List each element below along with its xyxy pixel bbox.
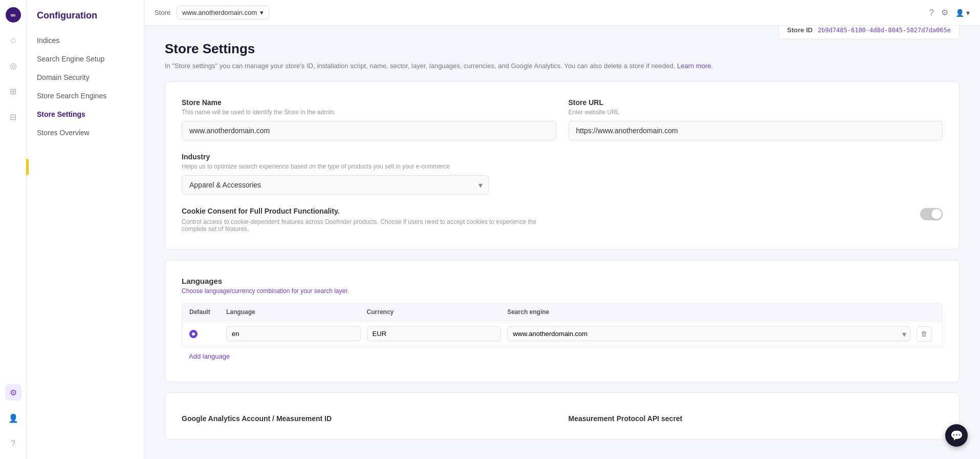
industry-select[interactable]: Apparel & Accessories Electronics Home &… [182, 175, 489, 195]
store-name-group: Store Name This name will be used to ide… [182, 98, 556, 140]
chevron-down-icon: ▾ [966, 9, 970, 17]
chevron-down-icon: ▾ [260, 9, 264, 16]
page-title: Store Settings [165, 41, 960, 57]
store-url-input[interactable] [569, 121, 943, 140]
page-description: In "Store settings" you can manage your … [165, 61, 960, 71]
industry-group: Industry Helps us to optimize search exp… [182, 153, 489, 195]
sidebar-item-stores-overview[interactable]: Stores Overview [27, 123, 144, 142]
language-cell [226, 326, 361, 341]
ga-label: Google Analytics Account / Measurement I… [182, 414, 556, 423]
sidebar-item-domain-security[interactable]: Domain Security [27, 68, 144, 87]
sidebar: Configuration Indices Search Engine Setu… [27, 0, 144, 459]
default-radio[interactable] [189, 330, 220, 338]
icon-bar: ∞ ⌂ ◎ ⊞ ⊟ ⚙ 👤 ? [0, 0, 27, 459]
store-id-badge: Store ID 2b9d7485-6100-4d8d-8045-5027d7d… [778, 26, 960, 39]
store-url-group: Store URL Enter website URL [569, 98, 943, 140]
analytics-card: Google Analytics Account / Measurement I… [165, 392, 960, 440]
radio-selected[interactable] [189, 330, 198, 338]
analytics-icon[interactable]: ⊞ [5, 83, 21, 99]
languages-card: Languages Choose language/currency combi… [165, 260, 960, 382]
cookie-section: Cookie Consent for Full Product Function… [182, 207, 943, 233]
store-value: www.anotherdomain.com [182, 9, 257, 16]
action-cell: 🗑 [917, 326, 935, 342]
engine-select-wrap: www.anotherdomain.com ▾ [507, 326, 910, 341]
col-default-label: Default [189, 308, 220, 316]
store-url-hint: Enter website URL [569, 109, 943, 116]
user-avatar-icon: 👤 [955, 9, 964, 17]
chat-bubble-button[interactable]: 💬 [945, 424, 968, 447]
help-icon[interactable]: ? [929, 8, 934, 17]
search-circle-icon[interactable]: ◎ [5, 57, 21, 74]
store-url-label: Store URL [569, 98, 943, 107]
sidebar-nav: Indices Search Engine Setup Domain Secur… [27, 31, 144, 142]
store-info-card: Store Name This name will be used to ide… [165, 81, 960, 249]
industry-label: Industry [182, 153, 489, 161]
languages-title: Languages [182, 277, 943, 285]
user-menu[interactable]: 👤 ▾ [955, 9, 970, 17]
language-input[interactable] [226, 326, 361, 341]
currency-input[interactable] [367, 326, 502, 341]
cookie-toggle[interactable] [920, 208, 943, 220]
col-language-label: Language [226, 308, 361, 316]
industry-hint: Helps us to optimize search experience b… [182, 163, 489, 170]
cookie-text: Cookie Consent for Full Product Function… [182, 207, 540, 233]
languages-hint: Choose language/currency combination for… [182, 287, 943, 295]
store-name-hint: This name will be used to identify the S… [182, 109, 556, 116]
main-area: Store www.anotherdomain.com ▾ ? ⚙ 👤 ▾ St… [144, 0, 980, 459]
languages-table-header: Default Language Currency Search engine [182, 303, 943, 321]
store-name-label: Store Name [182, 98, 556, 107]
cookie-header: Cookie Consent for Full Product Function… [182, 207, 943, 233]
engine-select[interactable]: www.anotherdomain.com [507, 326, 910, 341]
users-icon[interactable]: 👤 [5, 410, 21, 426]
delete-language-button[interactable]: 🗑 [917, 326, 932, 342]
analytics-row: Google Analytics Account / Measurement I… [182, 414, 943, 423]
help-circle-icon[interactable]: ? [5, 435, 21, 452]
sidebar-item-store-search-engines[interactable]: Store Search Engines [27, 87, 144, 105]
col-engine-label: Search engine [507, 308, 910, 316]
topbar: Store www.anotherdomain.com ▾ ? ⚙ 👤 ▾ [144, 0, 980, 26]
app-logo[interactable]: ∞ [6, 7, 21, 23]
radio-inner [192, 332, 195, 336]
col-currency-label: Currency [367, 308, 502, 316]
sidebar-item-store-settings[interactable]: Store Settings [27, 105, 144, 123]
store-id-value: 2b9d7485-6100-4d8d-8045-5027d7da065e [818, 27, 951, 34]
sidebar-item-search-engine-setup[interactable]: Search Engine Setup [27, 50, 144, 68]
ga-group: Google Analytics Account / Measurement I… [182, 414, 556, 423]
layers-icon[interactable]: ⊟ [5, 109, 21, 125]
toggle-thumb [931, 209, 942, 219]
store-selector[interactable]: www.anotherdomain.com ▾ [177, 6, 269, 19]
page-content: Store ID 2b9d7485-6100-4d8d-8045-5027d7d… [144, 26, 980, 459]
table-row: www.anotherdomain.com ▾ 🗑 [182, 321, 943, 347]
engine-cell: www.anotherdomain.com ▾ [507, 326, 910, 341]
currency-cell [367, 326, 502, 341]
add-language-button[interactable]: Add language [182, 347, 237, 365]
cookie-title: Cookie Consent for Full Product Function… [182, 207, 540, 215]
settings-icon[interactable]: ⚙ [5, 384, 21, 401]
page-header: Store ID 2b9d7485-6100-4d8d-8045-5027d7d… [165, 41, 960, 71]
mp-group: Measurement Protocol API secret [569, 414, 943, 423]
topbar-icons: ? ⚙ 👤 ▾ [929, 8, 970, 17]
name-url-row: Store Name This name will be used to ide… [182, 98, 943, 140]
store-label: Store [155, 9, 170, 16]
col-action-label [917, 308, 935, 316]
languages-table: Default Language Currency Search engine [182, 303, 943, 347]
industry-select-wrap: Apparel & Accessories Electronics Home &… [182, 175, 489, 195]
cookie-desc: Control access to cookie-dependent featu… [182, 218, 540, 233]
store-name-input[interactable] [182, 121, 556, 140]
store-id-label: Store ID [787, 26, 813, 34]
learn-more-link[interactable]: Learn more. [677, 62, 713, 70]
home-icon[interactable]: ⌂ [5, 32, 21, 48]
mp-label: Measurement Protocol API secret [569, 414, 943, 423]
active-section-indicator [26, 159, 29, 175]
sidebar-item-indices[interactable]: Indices [27, 31, 144, 50]
sidebar-title: Configuration [27, 10, 144, 31]
settings-gear-icon[interactable]: ⚙ [941, 8, 948, 17]
